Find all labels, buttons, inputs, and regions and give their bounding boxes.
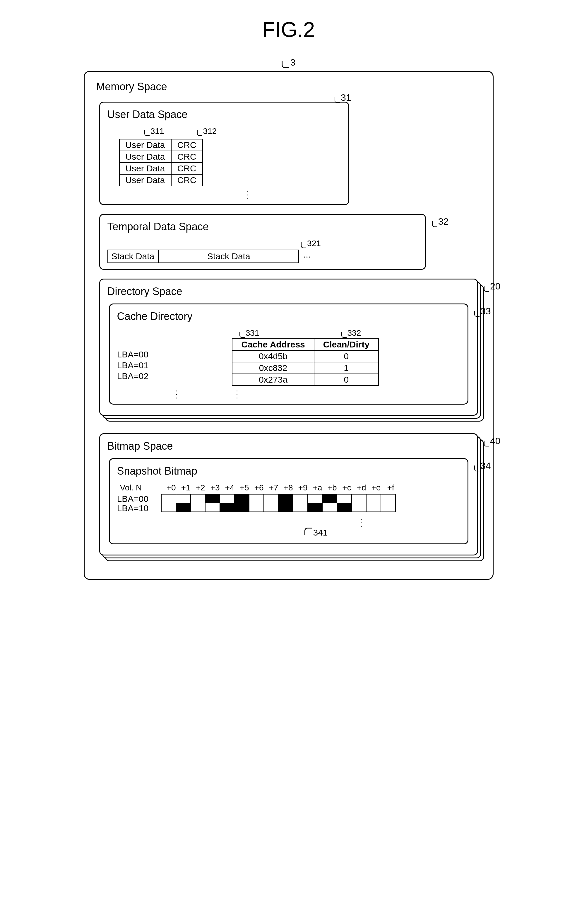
table-row: User DataCRC (119, 139, 203, 151)
bitmap-offset-label: +3 (208, 483, 222, 493)
bitmap-cell (322, 503, 337, 512)
table-row: 0x4d5b0 (232, 351, 379, 362)
bitmap-offset-label: +6 (252, 483, 266, 493)
bitmap-cell (264, 494, 279, 503)
cache-directory-ref: 33 (474, 306, 491, 317)
bitmap-offset-label: +1 (179, 483, 193, 493)
stack-data-row: Stack Data Stack Data ··· (108, 250, 418, 263)
bitmap-cell (205, 494, 220, 503)
cache-directory-title: Cache Directory (117, 310, 460, 323)
bitmap-offset-label: +f (384, 483, 398, 493)
user-data-table: User DataCRC User DataCRC User DataCRC U… (119, 139, 203, 186)
temporal-data-space-title: Temporal Data Space (108, 221, 418, 233)
bitmap-lba-column: LBA=00 LBA=10 (117, 494, 161, 513)
bitmap-cell (249, 503, 264, 512)
bitmap-cell (190, 503, 205, 512)
user-data-space-box: 31 User Data Space 311 312 User DataCRC … (99, 102, 349, 205)
bitmap-cell (176, 494, 190, 503)
stack-data-cell: Stack Data (158, 250, 299, 263)
snapshot-bitmap-box: 34 Snapshot Bitmap Vol. N +0+1+2+3+4+5+6… (109, 458, 468, 544)
bitmap-cell (220, 503, 234, 512)
bitmap-offset-label: +4 (222, 483, 237, 493)
bitmap-space-title: Bitmap Space (108, 440, 470, 452)
table-row (161, 494, 395, 503)
temporal-data-space-box: 32 Temporal Data Space 321 Stack Data St… (99, 214, 426, 270)
table-row: 0x273a0 (232, 374, 379, 386)
bitmap-offset-label: +9 (296, 483, 310, 493)
temporal-data-space-ref: 32 (432, 216, 449, 227)
bitmap-cell (293, 503, 308, 512)
bitmap-cell (279, 503, 293, 512)
table-row: 0xc8321 (232, 362, 379, 374)
bitmap-cell (234, 494, 249, 503)
bitmap-cell (337, 494, 351, 503)
stack-data-ref: 321 (204, 239, 418, 248)
bitmap-cell (351, 503, 366, 512)
snapshot-bitmap-grid (161, 494, 396, 512)
bitmap-cell (308, 503, 322, 512)
memory-space-title: Memory Space (96, 81, 481, 93)
vdots-icon: ... (154, 186, 341, 198)
bitmap-cell (322, 494, 337, 503)
bitmap-cell (381, 494, 395, 503)
memory-space-box: 3 Memory Space 31 User Data Space 311 31… (84, 71, 493, 580)
bitmap-cell (264, 503, 279, 512)
bitmap-offset-label: +a (310, 483, 325, 493)
bitmap-offset-label: +8 (281, 483, 296, 493)
bitmap-cell (366, 494, 381, 503)
directory-space-title: Directory Space (108, 285, 470, 298)
lba-column: LBA=00 LBA=01 LBA=02 (117, 338, 151, 382)
table-row (161, 503, 395, 512)
bitmap-offset-label: +5 (237, 483, 252, 493)
bitmap-offset-label: +d (354, 483, 369, 493)
snapshot-bitmap-ref: 34 (474, 460, 491, 472)
bitmap-cell (205, 503, 220, 512)
hdots-icon: ··· (303, 251, 311, 261)
user-data-space-title: User Data Space (108, 108, 341, 121)
bitmap-cell (249, 494, 264, 503)
bitmap-cell (351, 494, 366, 503)
bitmap-offset-label: +c (340, 483, 354, 493)
memory-space-ref: 3 (282, 57, 296, 68)
bitmap-cell (308, 494, 322, 503)
vdots-icon: ... (263, 513, 460, 526)
snapshot-bitmap-title: Snapshot Bitmap (117, 465, 460, 477)
bitmap-cell-ref: 341 (305, 528, 460, 538)
bitmap-space-group: 40 Bitmap Space 34 Snapshot Bitmap Vol. … (99, 433, 478, 556)
bitmap-cell (161, 494, 176, 503)
table-row: User DataCRC (119, 174, 203, 186)
bitmap-cell (234, 503, 249, 512)
bitmap-cell (279, 494, 293, 503)
bitmap-offset-label: +e (369, 483, 384, 493)
bitmap-offset-label: +b (325, 483, 340, 493)
stack-data-cell: Stack Data (108, 250, 159, 263)
user-data-col-refs: 311 312 (119, 126, 341, 136)
bitmap-cell (293, 494, 308, 503)
directory-space-group: 20 Directory Space 33 Cache Directory 33… (99, 279, 478, 416)
cache-col-refs: 331 332 (140, 328, 460, 338)
bitmap-cell (337, 503, 351, 512)
bitmap-cell (161, 503, 176, 512)
table-row: User DataCRC (119, 151, 203, 163)
table-row: User DataCRC (119, 163, 203, 174)
cache-directory-table: Cache AddressClean/Dirty 0x4d5b0 0xc8321… (232, 338, 379, 386)
bitmap-space-box: 40 Bitmap Space 34 Snapshot Bitmap Vol. … (99, 433, 478, 556)
directory-space-box: 20 Directory Space 33 Cache Directory 33… (99, 279, 478, 416)
vdots-icon: ... ... (176, 386, 460, 398)
bitmap-offset-label: +0 (164, 483, 179, 493)
bitmap-cell (190, 494, 205, 503)
bitmap-cell (366, 503, 381, 512)
bitmap-cell (176, 503, 190, 512)
cache-directory-box: 33 Cache Directory 331 332 LBA=00 LBA=01… (109, 304, 468, 405)
bitmap-cell (381, 503, 395, 512)
bitmap-space-ref: 40 (484, 436, 501, 446)
bitmap-offset-label: +2 (193, 483, 208, 493)
bitmap-cell (220, 494, 234, 503)
bitmap-offset-label: +7 (266, 483, 281, 493)
directory-space-ref: 20 (484, 281, 501, 292)
bitmap-offset-header: Vol. N +0+1+2+3+4+5+6+7+8+9+a+b+c+d+e+f (120, 483, 460, 493)
user-data-space-ref: 31 (335, 92, 351, 103)
figure-title: FIG.2 (84, 18, 493, 42)
